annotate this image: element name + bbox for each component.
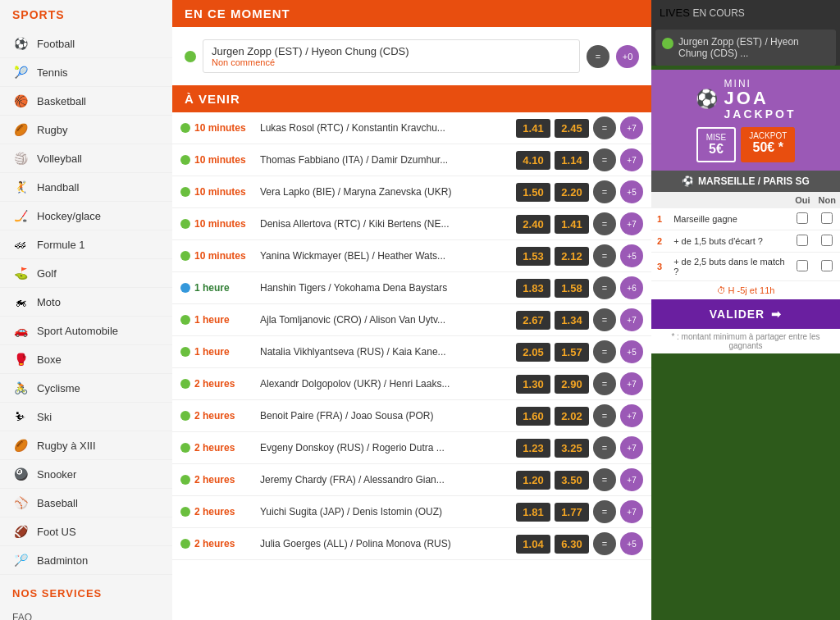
match-odd1[interactable]: 1.81 (516, 503, 550, 522)
sidebar-item-boxe[interactable]: 🥊Boxe (0, 345, 172, 374)
match-odd2[interactable]: 6.30 (555, 535, 589, 554)
match-odd2[interactable]: 1.34 (555, 311, 589, 330)
match-eq-button[interactable]: = (593, 276, 616, 299)
sidebar-service-faq[interactable]: FAQ (0, 608, 172, 620)
sidebar-item-handball[interactable]: 🤾Handball (0, 173, 172, 202)
jackpot-value: 50€ * (749, 140, 787, 155)
sidebar-item-formule-1[interactable]: 🏎Formule 1 (0, 230, 172, 259)
checkbox-non-cell[interactable] (815, 253, 840, 281)
match-odd1[interactable]: 2.40 (516, 215, 550, 234)
match-plus-button[interactable]: +5 (620, 244, 643, 267)
match-odd1[interactable]: 1.20 (516, 471, 550, 490)
sidebar-item-snooker[interactable]: 🎱Snooker (0, 460, 172, 489)
sidebar-item-basketball[interactable]: 🏀Basketball (0, 87, 172, 116)
match-odd2[interactable]: 2.90 (555, 375, 589, 394)
valider-button[interactable]: VALIDER ➡ (651, 299, 840, 329)
match-odd2[interactable]: 1.41 (555, 215, 589, 234)
sidebar-item-cyclisme[interactable]: 🚴Cyclisme (0, 374, 172, 403)
match-row: 1 heure Natalia Vikhlyantseva (RUS) / Ka… (172, 336, 651, 368)
match-odd1[interactable]: 1.83 (516, 279, 550, 298)
match-eq-button[interactable]: = (593, 436, 616, 459)
checkbox-non[interactable] (821, 212, 833, 224)
sidebar-item-moto[interactable]: 🏍Moto (0, 288, 172, 317)
match-plus-button[interactable]: +6 (620, 276, 643, 299)
match-plus-button[interactable]: +7 (620, 308, 643, 331)
match-odd2[interactable]: 3.50 (555, 471, 589, 490)
match-eq-button[interactable]: = (593, 148, 616, 171)
match-time: 1 heure (194, 314, 256, 326)
sidebar-item-golf[interactable]: ⛳Golf (0, 259, 172, 288)
match-odd2[interactable]: 2.12 (555, 247, 589, 266)
match-odd1[interactable]: 1.23 (516, 439, 550, 458)
sidebar-item-volleyball[interactable]: 🏐Volleyball (0, 144, 172, 173)
match-odd1[interactable]: 1.53 (516, 247, 550, 266)
match-odd1[interactable]: 2.67 (516, 311, 550, 330)
checkbox-non[interactable] (821, 260, 833, 271)
sidebar-item-tennis[interactable]: 🎾Tennis (0, 58, 172, 87)
match-odd2[interactable]: 3.25 (555, 439, 589, 458)
checkbox-oui-cell[interactable] (791, 230, 814, 253)
sidebar-item-rugby[interactable]: 🏉Rugby (0, 116, 172, 144)
live-plus-button[interactable]: +0 (616, 45, 639, 68)
match-dot (180, 475, 190, 485)
checkbox-non-cell[interactable] (815, 230, 840, 253)
checkbox-non-cell[interactable] (815, 208, 840, 230)
match-eq-button[interactable]: = (593, 372, 616, 395)
match-odd2[interactable]: 1.14 (555, 151, 589, 170)
match-teams: Denisa Allertova (RTC) / Kiki Bertens (N… (260, 218, 512, 230)
match-row: 2 heures Julia Goerges (ALL) / Polina Mo… (172, 528, 651, 560)
match-eq-button[interactable]: = (593, 244, 616, 267)
match-plus-button[interactable]: +5 (620, 532, 643, 555)
match-odd1[interactable]: 1.50 (516, 183, 550, 202)
match-plus-button[interactable]: +5 (620, 340, 643, 363)
match-odd2[interactable]: 2.02 (555, 407, 589, 426)
match-plus-button[interactable]: +7 (620, 500, 643, 523)
sport-label: Sport Automobile (37, 325, 118, 337)
match-eq-button[interactable]: = (593, 500, 616, 523)
match-row: 2 heures Jeremy Chardy (FRA) / Alessandr… (172, 464, 651, 496)
match-plus-button[interactable]: +7 (620, 148, 643, 171)
match-odd1[interactable]: 1.30 (516, 375, 550, 394)
match-plus-button[interactable]: +7 (620, 436, 643, 459)
sidebar-item-baseball[interactable]: ⚾Baseball (0, 489, 172, 517)
checkbox-oui-cell[interactable] (791, 208, 814, 230)
match-odd1[interactable]: 1.60 (516, 407, 550, 426)
jackpot-label-text: JACKPOT (749, 131, 787, 140)
sidebar-item-ski[interactable]: ⛷Ski (0, 403, 172, 431)
match-odd1[interactable]: 2.05 (516, 343, 550, 362)
sidebar-item-football[interactable]: ⚽Football (0, 30, 172, 58)
match-plus-button[interactable]: +7 (620, 116, 643, 139)
checkbox-oui[interactable] (797, 260, 808, 271)
live-eq-button[interactable]: = (587, 45, 609, 68)
match-eq-button[interactable]: = (593, 212, 616, 235)
match-plus-button[interactable]: +7 (620, 404, 643, 427)
sidebar-item-badminton[interactable]: 🏸Badminton (0, 546, 172, 575)
match-eq-button[interactable]: = (593, 180, 616, 203)
sidebar-item-rugby--xiii[interactable]: 🏉Rugby à XIII (0, 431, 172, 460)
match-odd1[interactable]: 1.04 (516, 535, 550, 554)
checkbox-non[interactable] (821, 235, 833, 246)
sidebar-item-foot-us[interactable]: 🏈Foot US (0, 517, 172, 546)
match-eq-button[interactable]: = (593, 404, 616, 427)
match-odd1[interactable]: 4.10 (516, 151, 550, 170)
match-eq-button[interactable]: = (593, 468, 616, 491)
match-eq-button[interactable]: = (593, 116, 616, 139)
checkbox-oui[interactable] (797, 212, 808, 224)
match-odd2[interactable]: 1.58 (555, 279, 589, 298)
match-odd2[interactable]: 1.77 (555, 503, 589, 522)
match-plus-button[interactable]: +7 (620, 212, 643, 235)
match-eq-button[interactable]: = (593, 532, 616, 555)
match-odd2[interactable]: 2.45 (555, 119, 589, 138)
match-odd2[interactable]: 2.20 (555, 183, 589, 202)
match-odd1[interactable]: 1.41 (516, 119, 550, 138)
match-plus-button[interactable]: +7 (620, 372, 643, 395)
sidebar-item-sport-automobile[interactable]: 🚗Sport Automobile (0, 317, 172, 345)
match-plus-button[interactable]: +5 (620, 180, 643, 203)
match-eq-button[interactable]: = (593, 308, 616, 331)
match-odd2[interactable]: 1.57 (555, 343, 589, 362)
match-plus-button[interactable]: +7 (620, 468, 643, 491)
checkbox-oui[interactable] (797, 235, 808, 246)
sidebar-item-hockeyglace[interactable]: 🏒Hockey/glace (0, 202, 172, 230)
match-eq-button[interactable]: = (593, 340, 616, 363)
checkbox-oui-cell[interactable] (791, 253, 814, 281)
